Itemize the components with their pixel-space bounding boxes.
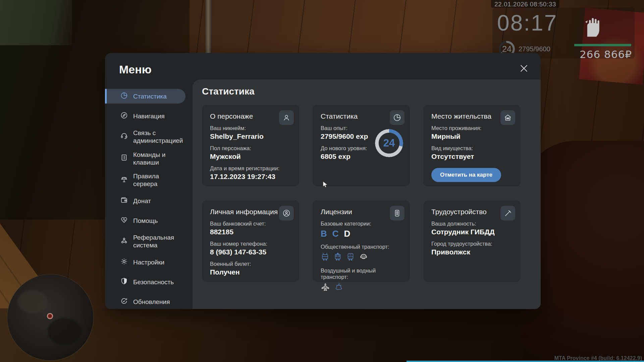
field-base-categories: Базовые категории: B C D [321, 221, 402, 239]
update-check-icon [120, 297, 128, 307]
mouse-cursor [322, 181, 329, 190]
green-wall-patch [0, 0, 72, 45]
gear-icon [120, 257, 128, 267]
card-statistics: Статистика Ваш опыт: 2795/9600 exp До но… [313, 105, 410, 186]
trolleybus-icon [321, 252, 329, 263]
sidebar-item-help[interactable]: Помощь [105, 213, 185, 228]
sidebar-item-label: Безопасность [133, 278, 174, 286]
sidebar-item-label: Настройки [133, 258, 164, 266]
sidebar-item-label: Команды и клавиши [133, 151, 182, 166]
train-icon [346, 252, 355, 263]
license-category-c: C [332, 229, 339, 239]
sidebar-item-donate[interactable]: Донат [105, 193, 185, 208]
card-residence: Место жительства Место проживания: Мирны… [423, 105, 521, 186]
ship-icon [334, 282, 343, 292]
field-nickname: Ваш никнейм: Shelby_Ferrario [210, 125, 291, 140]
page-title: Статистика [202, 86, 255, 97]
id-card-icon [390, 206, 405, 221]
card-employment: Трудоустройство Ваша должность: Сотрудни… [423, 200, 521, 282]
pie-chart-icon [390, 110, 405, 125]
field-gender: Пол персонажа: Мужской [210, 145, 291, 161]
field-residence-city: Место проживания: Мирный [431, 125, 513, 140]
sidebar-item-label: Правила сервера [133, 172, 182, 188]
field-property: Вид имущества: Отсутствует [431, 145, 513, 161]
field-air-water-transport: Воздушный и водный транспорт: [321, 267, 402, 292]
field-public-transport: Общественный транспорт: [321, 244, 402, 263]
wallet-icon [120, 196, 128, 206]
shield-icon [120, 277, 128, 287]
health-bar [574, 44, 631, 46]
card-about-character: О персонаже Ваш никнейм: Shelby_Ferrario… [202, 105, 299, 186]
commands-list-icon [120, 154, 128, 163]
sidebar-item-admin-contact[interactable]: Связь с администрацией [105, 128, 185, 145]
pie-chart-icon [120, 92, 128, 101]
license-category-d: D [344, 229, 351, 239]
sidebar-item-statistics[interactable]: Статистика [105, 89, 185, 104]
fist-icon [584, 15, 601, 40]
sidebar-item-label: Помощь [133, 217, 158, 225]
level-progress-ring: 24 [375, 129, 403, 157]
headset-icon [120, 132, 128, 141]
network-icon [120, 237, 128, 246]
sidebar-item-label: Обновления [133, 298, 170, 306]
sidebar-item-updates[interactable]: Обновления [105, 294, 185, 309]
person-circle-icon [279, 206, 294, 221]
field-phone: Ваш номер телефона: 8 (963) 147-63-35 [210, 241, 291, 256]
card-licenses: Лицензии Базовые категории: B C D [313, 200, 410, 282]
tram-icon [333, 252, 342, 263]
sidebar-item-security[interactable]: Безопасность [105, 275, 185, 289]
field-job-title: Ваша должность: Сотрудник ГИБДД [431, 221, 513, 236]
hud-money: 266 866₽ [568, 48, 632, 60]
field-registration: Дата и время регистрации: 17.12.2023 19:… [210, 165, 291, 181]
plane-icon [321, 282, 330, 292]
license-category-b: B [321, 229, 327, 239]
hud-exp: 2795/9600 [519, 45, 550, 53]
field-military-id: Военный билет: Получен [210, 261, 291, 276]
mark-on-map-button[interactable]: Отметить на карте [431, 168, 501, 182]
hud-datetime: 22.01.2026 08:50:33 [491, 0, 559, 8]
close-icon [519, 64, 529, 74]
menu-title: Меню [119, 63, 152, 76]
bottom-edge-strip [407, 361, 644, 362]
content-area: Статистика О персонаже Ваш никнейм: Shel… [193, 79, 541, 309]
sidebar-item-commands[interactable]: Команды и клавиши [105, 150, 185, 167]
field-job-city: Город трудоустройства: Приволжск [431, 241, 513, 256]
level-number: 24 [375, 129, 403, 157]
hud-clock: 08:17 [497, 10, 568, 36]
player-marker-icon [47, 313, 53, 319]
card-personal-info: Личная информация Ваш банковский счет: 8… [202, 200, 299, 282]
sidebar: Статистика Навигация Связь с администрац… [105, 86, 193, 309]
sidebar-item-navigation[interactable]: Навигация [105, 109, 185, 123]
cards-grid: О персонаже Ваш никнейм: Shelby_Ferrario… [202, 105, 521, 282]
sidebar-item-label: Реферальная система [133, 234, 182, 249]
sidebar-item-label: Связь с администрацией [133, 129, 183, 144]
compass-icon [120, 111, 128, 121]
sidebar-item-label: Донат [133, 197, 151, 205]
house-icon [500, 110, 515, 125]
field-bank-account: Ваш банковский счет: 882185 [210, 221, 291, 236]
heart-handshake-icon [120, 216, 128, 226]
person-icon [279, 110, 294, 125]
sidebar-item-label: Навигация [133, 112, 165, 120]
pickaxe-icon [500, 206, 515, 221]
close-button[interactable] [518, 63, 530, 75]
scales-icon [120, 175, 128, 185]
door-frame [205, 0, 212, 54]
sidebar-item-label: Статистика [133, 93, 167, 100]
sidebar-item-server-rules[interactable]: Правила сервера [105, 172, 185, 189]
driver-cap-icon [359, 252, 368, 263]
sidebar-item-referral[interactable]: Реферальная система [105, 233, 185, 250]
minimap [7, 275, 93, 360]
sidebar-item-settings[interactable]: Настройки [105, 255, 185, 269]
